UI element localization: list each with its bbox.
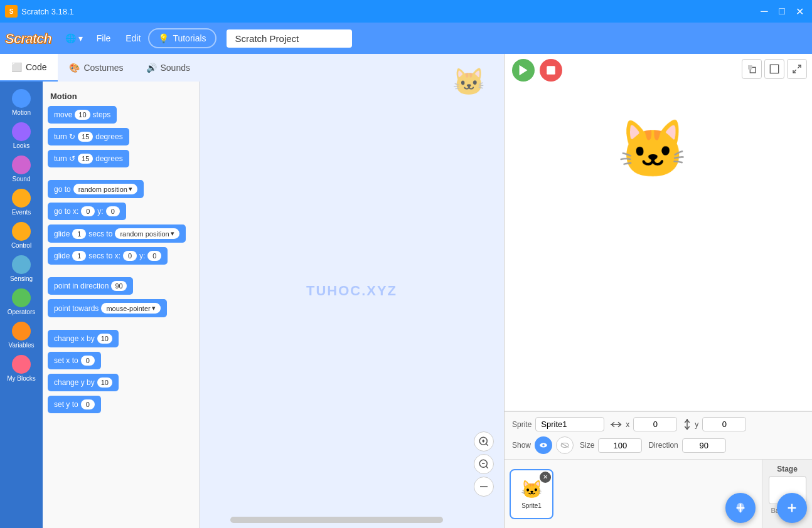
block-goto[interactable]: go to random position ▾: [48, 179, 194, 199]
fullscreen-button[interactable]: [787, 59, 807, 79]
sidebar-item-sensing[interactable]: Sensing: [0, 253, 43, 285]
turn-cw-degrees-label: degrees: [95, 132, 122, 141]
turn-ccw-degrees-input[interactable]: 15: [78, 154, 93, 164]
tab-sounds[interactable]: 🔊 Sounds: [135, 54, 201, 82]
block-turn-cw[interactable]: turn ↻ 15 degrees: [48, 127, 194, 147]
glide2-y-input[interactable]: 0: [147, 251, 161, 261]
size-input[interactable]: [598, 438, 642, 453]
file-menu[interactable]: File: [89, 29, 119, 47]
block-gotoxy[interactable]: go to x: 0 y: 0: [48, 201, 194, 221]
tab-costumes[interactable]: 🎨 Costumes: [58, 54, 134, 82]
sprite-card-sprite1[interactable]: ✕ 🐱 Sprite1: [510, 469, 553, 519]
operators-dot: [12, 288, 31, 307]
sprite1-name: Sprite1: [521, 502, 542, 509]
project-name-input[interactable]: [227, 29, 352, 48]
blocks-panel: Motion move 10 steps turn ↻ 15 degrees: [43, 82, 200, 528]
edit-menu[interactable]: Edit: [118, 29, 148, 47]
category-sidebar: Motion Looks Sound Events Control: [0, 82, 43, 528]
x-value-input[interactable]: [633, 417, 677, 431]
close-button[interactable]: ✕: [792, 4, 807, 19]
gotoxy-x-input[interactable]: 0: [81, 206, 95, 216]
small-stage-button[interactable]: [742, 59, 762, 79]
tutorials-button[interactable]: 💡 Tutorials: [148, 28, 216, 48]
change-y-input[interactable]: 10: [97, 378, 112, 388]
normal-stage-button[interactable]: [764, 59, 784, 79]
glide1-dropdown[interactable]: random position ▾: [115, 228, 179, 239]
sensing-label: Sensing: [10, 275, 33, 282]
main-layout: ⬜ Code 🎨 Costumes 🔊 Sounds Motion: [0, 54, 812, 528]
app-title: Scratch 3.18.1: [21, 7, 74, 16]
y-value-input[interactable]: [702, 417, 746, 431]
glide2-to-label: secs to x:: [88, 251, 120, 260]
zoom-in-button[interactable]: [474, 431, 494, 451]
block-set-y[interactable]: set y to 0: [48, 394, 194, 414]
window-controls[interactable]: ─ □ ✕: [757, 4, 807, 19]
chevron-down-icon3: ▾: [152, 304, 156, 312]
sidebar-item-sound[interactable]: Sound: [0, 153, 43, 185]
scratch-logo: Scratch: [5, 29, 51, 47]
control-label: Control: [11, 242, 31, 249]
right-layout: 🐱 Sprite x y: [505, 54, 812, 528]
sprite-name-field: Sprite: [512, 417, 604, 431]
glide2-secs-input[interactable]: 1: [72, 251, 86, 261]
add-sprite-button[interactable]: [725, 493, 756, 523]
block-change-y[interactable]: change y by 10: [48, 372, 194, 393]
sidebar-item-looks[interactable]: Looks: [0, 120, 43, 152]
sprite-panel: Sprite x y Show: [505, 411, 812, 459]
block-point-dir[interactable]: point in direction 90: [48, 276, 194, 296]
set-y-input[interactable]: 0: [81, 399, 95, 409]
maximize-button[interactable]: □: [774, 4, 789, 19]
glide1-secs-input[interactable]: 1: [72, 229, 86, 239]
move-steps-input[interactable]: 10: [75, 110, 90, 120]
block-glide1[interactable]: glide 1 secs to random position ▾: [48, 223, 194, 244]
gotoxy-y-input[interactable]: 0: [106, 206, 120, 216]
block-point-towards[interactable]: point towards mouse-pointer ▾: [48, 298, 194, 319]
point-dir-input[interactable]: 90: [111, 281, 126, 291]
sidebar-item-variables[interactable]: Variables: [0, 319, 43, 351]
direction-input[interactable]: [682, 438, 726, 453]
block-turn-ccw[interactable]: turn ↺ 15 degrees: [48, 149, 194, 169]
x-arrow-icon: [611, 421, 622, 428]
point-towards-dropdown[interactable]: mouse-pointer ▾: [101, 303, 160, 314]
sidebar-item-motion[interactable]: Motion: [0, 87, 43, 119]
stage-controls: [512, 59, 562, 82]
glide2-y-label: y:: [139, 251, 145, 260]
zoom-reset-button[interactable]: [474, 477, 494, 497]
glide2-x-input[interactable]: 0: [123, 251, 137, 261]
change-x-input[interactable]: 10: [97, 334, 112, 344]
sidebar-item-myblocks[interactable]: My Blocks: [0, 352, 43, 384]
myblocks-label: My Blocks: [7, 375, 36, 382]
add-backdrop-button[interactable]: [777, 493, 807, 523]
set-y-label: set y to: [54, 400, 78, 409]
hide-button[interactable]: [556, 436, 574, 454]
sound-dot: [12, 156, 31, 174]
minimize-button[interactable]: ─: [757, 4, 772, 19]
turn-cw-label: turn ↻: [54, 132, 75, 141]
language-button[interactable]: 🌐 ▾: [59, 29, 89, 47]
green-flag-button[interactable]: [512, 59, 535, 82]
sidebar-item-events[interactable]: Events: [0, 186, 43, 218]
block-glide2[interactable]: glide 1 secs to x: 0 y: 0: [48, 246, 194, 266]
set-x-input[interactable]: 0: [81, 356, 95, 366]
sprite1-delete-button[interactable]: ✕: [540, 472, 551, 483]
sprite-name-label: Sprite: [512, 420, 532, 429]
horizontal-scrollbar[interactable]: [230, 517, 444, 523]
show-button[interactable]: [535, 436, 552, 454]
stop-button[interactable]: [540, 59, 562, 82]
block-change-x[interactable]: change x by 10: [48, 329, 194, 349]
sidebar-item-operators[interactable]: Operators: [0, 286, 43, 318]
control-dot: [12, 222, 31, 241]
tab-code[interactable]: ⬜ Code: [0, 54, 58, 82]
globe-arrow: ▾: [78, 33, 83, 43]
block-set-x[interactable]: set x to 0: [48, 351, 194, 371]
gotoxy-y-label: y:: [97, 207, 103, 216]
turn-cw-degrees-input[interactable]: 15: [78, 132, 93, 142]
motion-label: Motion: [12, 109, 31, 116]
zoom-out-button[interactable]: [474, 454, 494, 474]
block-move[interactable]: move 10 steps: [48, 105, 194, 125]
stage-view-controls: [742, 59, 807, 79]
sidebar-item-control[interactable]: Control: [0, 219, 43, 251]
sprite-name-input[interactable]: [535, 417, 604, 431]
sprite-list: ✕ 🐱 Sprite1: [505, 460, 762, 528]
goto-dropdown[interactable]: random position ▾: [73, 184, 137, 194]
